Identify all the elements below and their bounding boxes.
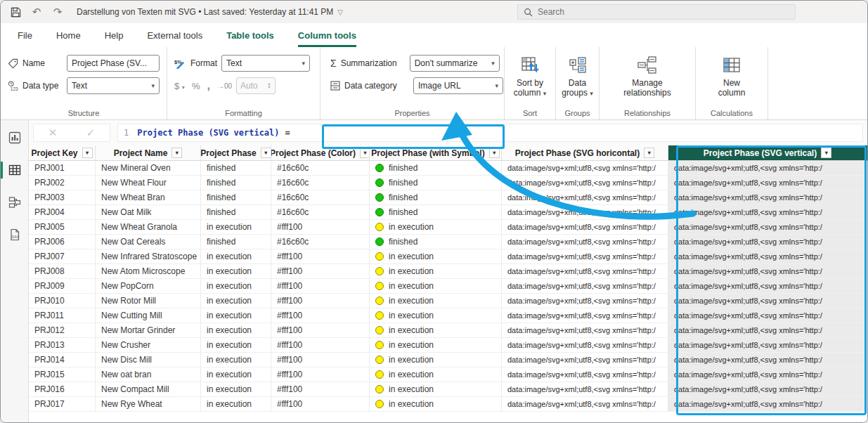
table-row[interactable]: PRJ012 New Mortar Grinder in execution #… — [29, 323, 867, 338]
cell-project-name[interactable]: New Rye Wheat — [96, 397, 201, 412]
cell-project-phase-color[interactable]: #fff100 — [271, 397, 370, 412]
cell-svg-vertical[interactable]: data:image/svg+xml;utf8,<svg xmlns='http… — [668, 249, 867, 264]
cell-svg-vertical[interactable]: data:image/svg+xml;utf8,<svg xmlns='http… — [668, 353, 867, 367]
cell-project-key[interactable]: PRJ014 — [29, 353, 96, 367]
table-row[interactable]: PRJ015 New oat bran in execution #fff100… — [29, 367, 867, 382]
cell-project-phase-symbol[interactable]: in execution — [370, 367, 502, 382]
datatype-select[interactable]: Text▾ — [67, 77, 160, 94]
cell-project-phase-symbol[interactable]: in execution — [370, 264, 502, 279]
data-category-select[interactable]: Image URL▾ — [413, 77, 503, 94]
column-header-project-phase-color[interactable]: Project Phase (Color)▾ — [271, 145, 370, 161]
cell-project-key[interactable]: PRJ009 — [29, 279, 96, 294]
cell-project-name[interactable]: New Wheat Granola — [96, 220, 201, 235]
filter-dropdown-icon[interactable]: ▾ — [171, 148, 182, 158]
cell-project-phase-color[interactable]: #fff100 — [271, 279, 370, 294]
cell-project-name[interactable]: New Atom Microscope — [96, 264, 201, 279]
cell-project-phase[interactable]: in execution — [201, 220, 271, 235]
cell-project-phase[interactable]: finished — [201, 190, 271, 205]
filter-dropdown-icon[interactable]: ▾ — [360, 148, 370, 158]
report-view-icon[interactable] — [1, 129, 29, 147]
cell-svg-horizontal[interactable]: data:image/svg+xml;utf8,<svg xmlns='http… — [502, 279, 668, 294]
filter-dropdown-icon[interactable]: ▾ — [261, 148, 271, 158]
spinner-arrows-icon[interactable]: ▲▼ — [267, 82, 271, 89]
formula-input[interactable]: 1 Project Phase (SVG vertical) = — [117, 124, 863, 142]
table-row[interactable]: PRJ010 New Rotor Mill in execution #fff1… — [29, 294, 867, 308]
commit-formula-icon[interactable]: ✓ — [86, 126, 96, 139]
name-input[interactable] — [72, 58, 155, 68]
cell-project-name[interactable]: New oat bran — [96, 367, 201, 382]
cell-project-name[interactable]: New Cutting Mill — [96, 308, 201, 323]
cell-project-key[interactable]: PRJ010 — [29, 294, 96, 308]
column-header-project-phase[interactable]: Project Phase▾ — [201, 145, 271, 161]
cell-project-key[interactable]: PRJ001 — [29, 161, 96, 176]
cell-project-name[interactable]: New Wheat Flour — [96, 176, 201, 190]
cell-project-phase-symbol[interactable]: in execution — [370, 353, 502, 367]
cell-svg-vertical[interactable]: data:image/svg+xml;utf8,<svg xmlns='http… — [668, 294, 867, 308]
cancel-formula-icon[interactable]: ✕ — [48, 126, 58, 139]
cell-project-key[interactable]: PRJ004 — [29, 205, 96, 220]
cell-project-key[interactable]: PRJ011 — [29, 308, 96, 323]
filter-dropdown-icon[interactable]: ▾ — [489, 148, 500, 158]
decimal-places-icon[interactable]: →00 — [217, 82, 232, 90]
cell-project-phase-symbol[interactable]: in execution — [370, 382, 502, 397]
cell-svg-vertical[interactable]: data:image/svg+xml;utf8,<svg xmlns='http… — [668, 190, 867, 205]
cell-svg-horizontal[interactable]: data:image/svg+xml;utf8,<svg xmlns='http… — [502, 220, 668, 235]
table-row[interactable]: PRJ007 New Infrared Stratoscope in execu… — [29, 249, 867, 264]
cell-project-name[interactable]: New PopCorn — [96, 279, 201, 294]
cell-svg-vertical[interactable]: data:image/svg+xml;utf8,<svg xmlns='http… — [668, 367, 867, 382]
cell-svg-horizontal[interactable]: data:image/svg+xml;utf8,<svg xmlns='http… — [502, 382, 668, 397]
search-box[interactable] — [517, 4, 796, 20]
cell-project-phase[interactable]: finished — [201, 235, 271, 249]
cell-project-phase-symbol[interactable]: in execution — [370, 249, 502, 264]
cell-project-name[interactable]: New Compact Mill — [96, 382, 201, 397]
undo-icon[interactable]: ↶ — [30, 6, 43, 18]
cell-project-name[interactable]: New Oat Milk — [96, 205, 201, 220]
cell-svg-horizontal[interactable]: data:image/svg+xml;utf8,<svg xmlns='http… — [502, 308, 668, 323]
table-row[interactable]: PRJ006 New Oat Cereals finished #16c60c … — [29, 235, 867, 249]
cell-project-key[interactable]: PRJ008 — [29, 264, 96, 279]
cell-project-phase-color[interactable]: #fff100 — [271, 308, 370, 323]
cell-project-phase-symbol[interactable]: finished — [370, 176, 502, 190]
cell-project-phase-symbol[interactable]: in execution — [370, 338, 502, 353]
cell-project-key[interactable]: PRJ016 — [29, 382, 96, 397]
cell-project-phase-color[interactable]: #16c60c — [271, 205, 370, 220]
table-row[interactable]: PRJ001 New Mineral Oven finished #16c60c… — [29, 161, 867, 176]
cell-project-name[interactable]: New Crusher — [96, 338, 201, 353]
cell-svg-horizontal[interactable]: data:image/svg+xml;utf8,<svg xmlns='http… — [502, 338, 668, 353]
thousands-separator-icon[interactable]: , — [207, 79, 209, 92]
cell-project-key[interactable]: PRJ006 — [29, 235, 96, 249]
cell-project-name[interactable]: New Mortar Grinder — [96, 323, 201, 338]
cell-project-phase[interactable]: in execution — [201, 382, 271, 397]
data-view-icon[interactable] — [1, 161, 29, 179]
cell-svg-vertical[interactable]: data:image/svg+xml;utf8,<svg xmlns='http… — [668, 176, 867, 190]
tab-file[interactable]: File — [18, 23, 32, 47]
model-view-icon[interactable] — [1, 193, 29, 212]
cell-project-phase-color[interactable]: #fff100 — [271, 338, 370, 353]
cell-project-phase-symbol[interactable]: in execution — [370, 294, 502, 308]
cell-svg-vertical[interactable]: data:image/svg+xml;utf8,<svg xmlns='http… — [668, 205, 867, 220]
cell-svg-vertical[interactable]: data:image/svg+xml;utf8,<svg xmlns='http… — [668, 308, 867, 323]
cell-svg-vertical[interactable]: data:image/svg+xml;utf8,<svg xmlns='http… — [668, 235, 867, 249]
cell-project-phase-symbol[interactable]: finished — [370, 205, 502, 220]
cell-project-phase-color[interactable]: #fff100 — [271, 294, 370, 308]
cell-project-phase-symbol[interactable]: in execution — [370, 220, 502, 235]
cell-project-phase[interactable]: in execution — [201, 323, 271, 338]
cell-project-phase[interactable]: finished — [201, 176, 271, 190]
column-header-project-name[interactable]: Project Name▾ — [96, 145, 201, 161]
cell-svg-horizontal[interactable]: data:image/svg+xml;utf8,<svg xmlns='http… — [502, 176, 668, 190]
filter-dropdown-icon[interactable]: ▾ — [82, 148, 93, 158]
cell-project-phase-color[interactable]: #16c60c — [271, 190, 370, 205]
cell-project-phase[interactable]: in execution — [201, 338, 271, 353]
cell-svg-horizontal[interactable]: data:image/svg+xml;utf8,<svg xmlns='http… — [502, 294, 668, 308]
cell-project-phase-symbol[interactable]: in execution — [370, 308, 502, 323]
cell-svg-horizontal[interactable]: data:image/svg+xml;utf8,<svg xmlns='http… — [502, 397, 668, 412]
cell-svg-vertical[interactable]: data:image/svg+xml;utf8,<svg xmlns='http… — [668, 382, 867, 397]
table-row[interactable]: PRJ013 New Crusher in execution #fff100 … — [29, 338, 867, 353]
cell-project-name[interactable]: New Oat Cereals — [96, 235, 201, 249]
dax-query-view-icon[interactable]: DAX — [1, 226, 29, 244]
cell-svg-horizontal[interactable]: data:image/svg+xml;utf8,<svg xmlns='http… — [502, 249, 668, 264]
decimal-auto-stepper[interactable]: Auto ▲▼ — [236, 77, 276, 94]
cell-project-phase[interactable]: in execution — [201, 397, 271, 412]
format-select[interactable]: Text▾ — [221, 55, 310, 72]
table-row[interactable]: PRJ004 New Oat Milk finished #16c60c fin… — [29, 205, 867, 220]
